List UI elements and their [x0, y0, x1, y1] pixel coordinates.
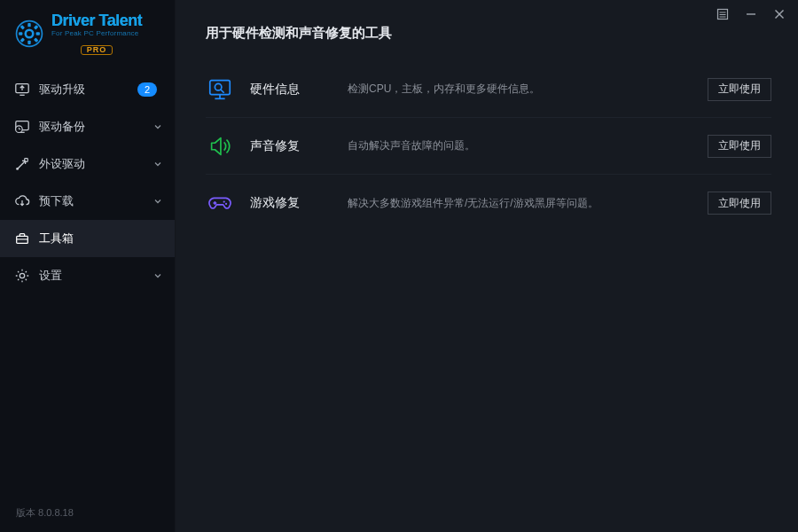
svg-rect-14	[34, 38, 38, 43]
sidebar-item-toolbox[interactable]: 工具箱	[0, 220, 175, 257]
sidebar-item-label: 工具箱	[39, 231, 162, 246]
tool-row-game: 游戏修复 解决大多数游戏组件异常/无法运行/游戏黑屏等问题。 立即使用	[206, 175, 771, 231]
tool-name: 硬件信息	[250, 82, 348, 98]
sidebar: Driver Talent For Peak PC Performance PR…	[0, 0, 176, 532]
use-now-button[interactable]: 立即使用	[708, 192, 771, 215]
use-now-button[interactable]: 立即使用	[708, 78, 771, 101]
svg-rect-16	[20, 38, 25, 43]
svg-rect-27	[210, 80, 231, 94]
svg-rect-11	[19, 32, 22, 35]
sidebar-item-settings[interactable]: 设置	[0, 257, 175, 294]
hardware-info-icon	[206, 75, 234, 104]
sidebar-item-driver-backup[interactable]: 驱动备份	[0, 108, 175, 145]
app-logo: Driver Talent For Peak PC Performance PR…	[0, 0, 175, 71]
svg-rect-9	[27, 23, 30, 27]
window-controls	[704, 0, 798, 28]
svg-rect-12	[36, 32, 40, 35]
sidebar-item-label: 驱动备份	[39, 119, 153, 135]
tool-row-hardware: 硬件信息 检测CPU，主板，内存和更多硬件信息。 立即使用	[206, 61, 771, 118]
sound-repair-icon	[206, 132, 234, 160]
clock-monitor-icon	[14, 119, 30, 135]
logo-title: Driver Talent	[51, 12, 142, 28]
sidebar-item-driver-update[interactable]: 驱动升级 2	[0, 71, 175, 108]
tool-name: 声音修复	[250, 138, 348, 154]
caret-down-icon	[153, 197, 162, 206]
version-label: 版本 8.0.8.18	[0, 506, 175, 532]
svg-rect-15	[34, 25, 38, 29]
logo-subtitle: For Peak PC Performance	[51, 30, 142, 37]
sidebar-item-label: 外设驱动	[39, 156, 153, 172]
svg-point-35	[225, 203, 227, 205]
toolbox-icon	[14, 231, 30, 246]
monitor-up-icon	[14, 82, 30, 98]
svg-rect-13	[20, 25, 25, 29]
sidebar-nav: 驱动升级 2 驱动备份 外设驱动 预	[0, 71, 175, 294]
menu-icon[interactable]	[716, 8, 729, 20]
sidebar-item-peripheral[interactable]: 外设驱动	[0, 145, 175, 183]
close-button[interactable]	[773, 8, 786, 20]
svg-point-8	[26, 30, 34, 38]
svg-point-23	[16, 168, 19, 170]
svg-rect-22	[25, 159, 28, 162]
svg-line-31	[221, 90, 224, 93]
caret-down-icon	[153, 122, 162, 131]
main-content: 用于硬件检测和声音修复的工具 硬件信息 检测CPU，主板，内存和更多硬件信息。 …	[176, 0, 798, 532]
logo-edition-badge: PRO	[81, 45, 113, 55]
minimize-button[interactable]	[745, 8, 757, 20]
sidebar-item-label: 驱动升级	[39, 82, 137, 98]
tool-row-sound: 声音修复 自动解决声音故障的问题。 立即使用	[206, 118, 771, 175]
svg-point-26	[20, 273, 24, 278]
sidebar-item-label: 设置	[39, 268, 153, 284]
gear-icon	[14, 268, 30, 284]
sidebar-badge: 2	[137, 82, 157, 97]
page-title: 用于硬件检测和声音修复的工具	[206, 25, 771, 42]
caret-down-icon	[153, 271, 162, 280]
sidebar-item-label: 预下载	[39, 193, 153, 209]
tool-desc: 解决大多数游戏组件异常/无法运行/游戏黑屏等问题。	[348, 196, 708, 211]
tool-desc: 自动解决声音故障的问题。	[348, 138, 708, 153]
game-repair-icon	[206, 189, 234, 217]
logo-gear-icon	[14, 19, 44, 49]
sidebar-item-predownload[interactable]: 预下载	[0, 183, 175, 220]
svg-point-30	[215, 83, 222, 90]
use-now-button[interactable]: 立即使用	[708, 135, 771, 158]
tool-name: 游戏修复	[250, 195, 348, 211]
tool-desc: 检测CPU，主板，内存和更多硬件信息。	[348, 82, 708, 97]
svg-rect-10	[27, 41, 30, 44]
usb-icon	[14, 156, 30, 172]
caret-down-icon	[153, 160, 162, 168]
svg-point-34	[223, 200, 225, 202]
cloud-download-icon	[14, 193, 30, 209]
